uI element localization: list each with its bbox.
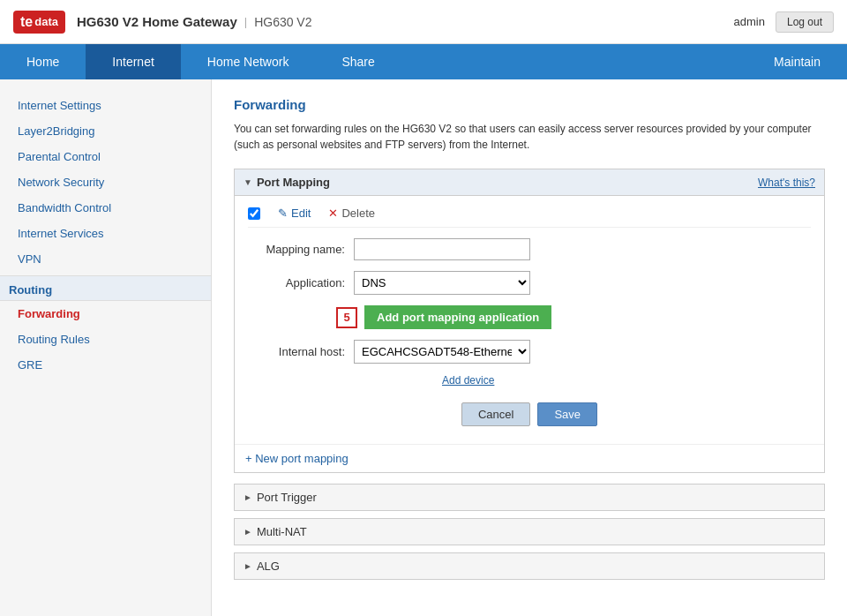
port-trigger-label: Port Trigger [257,491,317,504]
sidebar-item-vpn[interactable]: VPN [0,246,211,272]
cancel-button[interactable]: Cancel [461,402,530,426]
sidebar-item-layer2bridging[interactable]: Layer2Bridging [0,118,211,144]
page-description: You can set forwarding rules on the HG63… [234,121,825,153]
header-right: admin Log out [734,11,834,33]
multi-nat-header[interactable]: ► Multi-NAT [235,519,824,545]
delete-button[interactable]: ✕ Delete [328,207,375,220]
sidebar-item-parental-control[interactable]: Parental Control [0,144,211,169]
delete-icon: ✕ [328,207,338,220]
routing-section-header: Routing [0,275,211,301]
application-label: Application: [248,276,354,289]
step-badge: 5 [336,307,357,328]
internal-host-label: Internal host: [248,345,354,358]
row-checkbox[interactable] [248,207,260,220]
new-mapping-area: + New port mapping [235,444,824,472]
device-name: HG630 V2 Home Gateway [77,14,237,29]
port-mapping-form: ✎ Edit ✕ Delete Mapping name: Applicatio… [235,196,824,444]
delete-label: Delete [341,207,375,220]
sidebar-item-gre[interactable]: GRE [0,352,211,378]
sidebar-item-forwarding[interactable]: Forwarding [0,301,211,327]
add-mapping-wrap: 5 Add port mapping application [336,305,811,329]
nav-share[interactable]: Share [315,44,401,79]
main-layout: Internet Settings Layer2Bridging Parenta… [0,79,847,616]
form-toolbar: ✎ Edit ✕ Delete [248,207,811,228]
admin-label: admin [734,15,765,28]
header: te data HG630 V2 Home Gateway | HG630 V2… [0,0,847,44]
nav-internet[interactable]: Internet [86,44,180,79]
internal-host-row: Internal host: EGCAHCSGADT548-Ethernet [248,340,811,364]
nav-home-network[interactable]: Home Network [181,44,316,79]
alg-label: ALG [257,560,280,573]
nav-home[interactable]: Home [0,44,86,79]
port-trigger-arrow: ► [244,492,252,502]
multi-nat-section: ► Multi-NAT [234,518,825,545]
application-select[interactable]: DNS [354,271,530,295]
alg-arrow: ► [244,561,252,571]
internal-host-select-wrap: EGCAHCSGADT548-Ethernet [354,340,530,364]
port-mapping-section: ▼ Port Mapping What's this? ✎ Edit ✕ [234,169,825,473]
sidebar: Internet Settings Layer2Bridging Parenta… [0,79,212,616]
whats-this-link[interactable]: What's this? [758,177,815,189]
sidebar-item-internet-services[interactable]: Internet Services [0,221,211,246]
logo-te: te [20,14,33,30]
logout-button[interactable]: Log out [776,11,834,33]
edit-label: Edit [291,207,311,220]
edit-button[interactable]: ✎ Edit [278,207,311,220]
main-nav: Home Internet Home Network Share Maintai… [0,44,847,79]
port-trigger-section: ► Port Trigger [234,484,825,511]
application-row: Application: DNS [248,271,811,295]
alg-header[interactable]: ► ALG [235,553,824,579]
internal-host-select[interactable]: EGCAHCSGADT548-Ethernet [354,340,530,364]
header-divider: | [244,15,247,28]
edit-icon: ✎ [278,207,288,220]
mapping-name-row: Mapping name: [248,238,811,260]
multi-nat-label: Multi-NAT [257,525,307,538]
mapping-name-label: Mapping name: [248,243,354,256]
port-trigger-header[interactable]: ► Port Trigger [235,485,824,510]
row-checkbox-wrap [248,207,260,220]
logo-data: data [34,15,58,28]
application-select-wrap: DNS [354,271,530,295]
add-device-link[interactable]: Add device [442,374,811,387]
nav-maintain[interactable]: Maintain [747,44,847,79]
sidebar-item-network-security[interactable]: Network Security [0,169,211,195]
alg-section: ► ALG [234,552,825,580]
port-mapping-header: ▼ Port Mapping What's this? [235,169,824,196]
port-mapping-toggle[interactable]: ▼ Port Mapping [244,176,330,189]
brand-logo: te data [13,11,65,34]
save-button[interactable]: Save [537,402,597,426]
page-title: Forwarding [234,97,825,112]
collapse-icon: ▼ [244,177,252,187]
port-mapping-label: Port Mapping [257,176,330,189]
device-model: HG630 V2 [254,15,311,29]
new-port-mapping-link[interactable]: + New port mapping [245,452,349,465]
mapping-name-input[interactable] [354,238,530,260]
sidebar-item-routing-rules[interactable]: Routing Rules [0,327,211,352]
sidebar-item-bandwidth-control[interactable]: Bandwidth Control [0,195,211,221]
content-area: Forwarding You can set forwarding rules … [212,79,847,616]
add-port-mapping-button[interactable]: Add port mapping application [364,305,551,329]
sidebar-item-internet-settings[interactable]: Internet Settings [0,93,211,118]
multi-nat-arrow: ► [244,527,252,537]
form-buttons: Cancel Save [248,395,811,433]
